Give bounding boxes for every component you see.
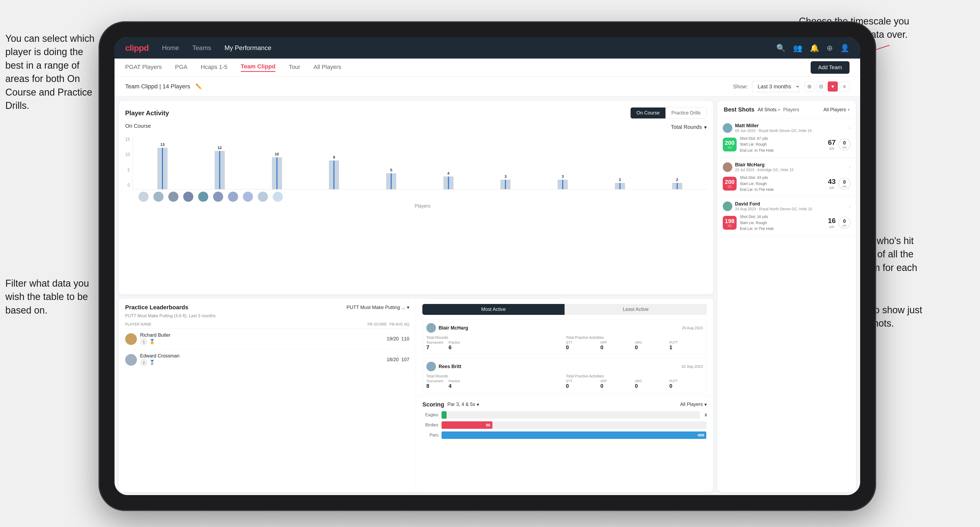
lb-avatar-1 bbox=[125, 354, 137, 366]
annotation-mid-left: Filter what data you wish the table to b… bbox=[5, 277, 101, 317]
player-avatar-2 bbox=[168, 192, 178, 202]
most-active-card: Most Active Least Active Blair McHarg 26… bbox=[416, 298, 713, 395]
bar-group-4: 5 bbox=[364, 168, 418, 189]
shot-item-2[interactable]: David Ford 24 Aug 2023 · Royal North Dev… bbox=[718, 197, 856, 236]
leaderboard-subtitle: PUTT Must Make Putting (3-6 ft), Last 3 … bbox=[125, 314, 409, 318]
show-section: Show: Last 3 months ⊞ ⊟ ♥ ≡ bbox=[733, 81, 850, 92]
bar-group-7: 3 bbox=[536, 174, 590, 189]
chevron-down-icon: ▾ bbox=[477, 402, 479, 408]
scoring-players-select[interactable]: All Players ▾ bbox=[680, 402, 707, 408]
leaderboard-rows: Richard Butler 1 🥇 19/20 110 Edward Cros… bbox=[125, 329, 409, 370]
bar-group-3: 9 bbox=[307, 155, 361, 189]
medal-icon-0: 🥇 bbox=[149, 339, 155, 344]
shots-header: Best Shots All Shots ▾ Players All Playe… bbox=[718, 101, 856, 119]
player-activity-card: Player Activity On Course Practice Drill… bbox=[119, 101, 713, 294]
on-course-label: On Course bbox=[125, 123, 151, 129]
add-team-button[interactable]: Add Team bbox=[811, 61, 850, 74]
shot-item-0[interactable]: Matt Miller 09 Jun 2023 · Royal North De… bbox=[718, 119, 856, 158]
bar-group-1: 12 bbox=[193, 146, 247, 189]
chevron-down-icon: ▾ bbox=[407, 305, 409, 310]
nav-home[interactable]: Home bbox=[162, 44, 179, 52]
on-course-toggle[interactable]: On Course bbox=[631, 108, 665, 119]
leaderboard-left: Practice Leaderboards PUTT Must Make Put… bbox=[119, 298, 416, 492]
leaderboard-header: Practice Leaderboards PUTT Must Make Put… bbox=[125, 304, 409, 311]
shot-avatar-2 bbox=[723, 202, 732, 211]
shot-item-1[interactable]: Blair McHarg 23 Jul 2023 · Ashridge GC, … bbox=[718, 158, 856, 197]
active-avatar-1 bbox=[426, 362, 436, 371]
active-player-card-1: Rees Britt 02 Sep 2023 Total Rounds Tour… bbox=[422, 358, 707, 393]
view-grid2-icon[interactable]: ⊟ bbox=[816, 81, 826, 92]
x-axis-label: Players bbox=[125, 203, 707, 209]
main-grid: Player Activity On Course Practice Drill… bbox=[115, 97, 860, 495]
app-logo: clippd bbox=[125, 43, 149, 53]
drill-select[interactable]: PUTT Must Make Putting ... ▾ bbox=[347, 305, 409, 310]
bar-group-6: 3 bbox=[479, 174, 533, 189]
chevron-down-icon: ▾ bbox=[704, 402, 707, 408]
edit-icon[interactable]: ✏️ bbox=[196, 83, 202, 90]
shot-avatar-0 bbox=[723, 123, 732, 133]
sub-nav: PGAT Players PGA Hcaps 1-5 Team Clippd T… bbox=[115, 59, 860, 77]
shots-title: Best Shots bbox=[724, 106, 754, 113]
shot-badge-0: 200 SG bbox=[723, 138, 737, 151]
subnav-team-clippd[interactable]: Team Clippd bbox=[241, 63, 275, 72]
players-tab[interactable]: Players bbox=[783, 107, 799, 113]
scoring-bar-1: Birdies 96 bbox=[422, 421, 707, 429]
leaderboard-card: Practice Leaderboards PUTT Must Make Put… bbox=[119, 298, 713, 492]
player-avatar-6 bbox=[228, 192, 238, 202]
subnav-all-players[interactable]: All Players bbox=[313, 63, 341, 71]
nav-teams[interactable]: Teams bbox=[192, 44, 211, 52]
activity-toggle-group: On Course Practice Drills bbox=[630, 107, 707, 119]
view-filter-icon[interactable]: ≡ bbox=[839, 81, 850, 92]
subnav-hcaps[interactable]: Hcaps 1-5 bbox=[201, 63, 228, 71]
players-avatars-row bbox=[125, 192, 707, 202]
player-avatar-7 bbox=[243, 192, 253, 202]
player-avatar-5 bbox=[213, 192, 223, 202]
scoring-chart: Eagles 3 Birdies 96 Pars 499 bbox=[416, 411, 713, 439]
view-icons: ⊞ ⊟ ♥ ≡ bbox=[804, 81, 850, 92]
subnav-pgat[interactable]: PGAT Players bbox=[125, 63, 162, 71]
chevron-down-icon: ▾ bbox=[704, 124, 707, 130]
tablet-screen: clippd Home Teams My Performance 🔍 👥 🔔 ⊕… bbox=[115, 37, 860, 495]
annotation-top-left: You can select which player is doing the… bbox=[5, 32, 101, 112]
search-icon[interactable]: 🔍 bbox=[776, 44, 786, 52]
people-icon[interactable]: 👥 bbox=[793, 44, 802, 52]
chevron-down-icon: ▾ bbox=[778, 108, 780, 112]
view-grid4-icon[interactable]: ⊞ bbox=[804, 81, 815, 92]
practice-drills-toggle[interactable]: Practice Drills bbox=[665, 108, 706, 119]
nav-my-performance[interactable]: My Performance bbox=[224, 44, 271, 52]
most-active-tab[interactable]: Most Active bbox=[422, 304, 565, 315]
activity-card-header: Player Activity On Course Practice Drill… bbox=[125, 107, 707, 119]
shots-list: Matt Miller 09 Jun 2023 · Royal North De… bbox=[718, 119, 856, 237]
chevron-right-icon: › bbox=[849, 203, 851, 209]
nav-icons: 🔍 👥 🔔 ⊕ 👤 bbox=[776, 44, 850, 52]
player-avatar-3 bbox=[183, 192, 193, 202]
all-shots-tab[interactable]: All Shots ▾ bbox=[757, 107, 780, 113]
plus-circle-icon[interactable]: ⊕ bbox=[827, 44, 833, 52]
subnav-tour[interactable]: Tour bbox=[289, 63, 300, 71]
team-name: Team Clippd | 14 Players bbox=[125, 83, 190, 90]
bell-icon[interactable]: 🔔 bbox=[810, 44, 819, 52]
player-avatar-8 bbox=[258, 192, 268, 202]
leaderboard-columns: PLAYER NAME PB SCORE PB AVG SQ bbox=[125, 322, 409, 329]
subnav-pga[interactable]: PGA bbox=[175, 63, 187, 71]
all-players-select[interactable]: All Players ▾ bbox=[823, 107, 850, 113]
metric-select[interactable]: Total Rounds ▾ bbox=[671, 124, 707, 130]
scoring-bar-2: Pars 499 bbox=[422, 432, 707, 439]
chevron-right-icon: › bbox=[849, 164, 851, 170]
least-active-tab[interactable]: Least Active bbox=[565, 304, 707, 315]
bar-group-0: 13 bbox=[135, 142, 189, 189]
team-bar: Team Clippd | 14 Players ✏️ Show: Last 3… bbox=[115, 77, 860, 97]
view-heart-icon[interactable]: ♥ bbox=[828, 81, 838, 92]
bar-group-5: 4 bbox=[421, 171, 476, 189]
activity-title: Player Activity bbox=[125, 110, 169, 117]
shot-avatar-1 bbox=[723, 162, 732, 172]
bar-chart: 15 10 5 0 1312109543322 P bbox=[125, 135, 707, 209]
lb-avatar-0 bbox=[125, 333, 137, 345]
scoring-card: Scoring Par 3, 4 & 5s ▾ All Players ▾ bbox=[416, 395, 713, 492]
player-avatar-4 bbox=[198, 192, 208, 202]
par-select[interactable]: Par 3, 4 & 5s ▾ bbox=[447, 402, 479, 408]
shot-badge-2: 198 SG bbox=[723, 216, 737, 230]
active-player-card-0: Blair McHarg 26 Aug 2023 Total Rounds To… bbox=[422, 319, 707, 354]
time-select[interactable]: Last 3 months bbox=[752, 81, 800, 92]
user-avatar-icon[interactable]: 👤 bbox=[840, 44, 850, 52]
